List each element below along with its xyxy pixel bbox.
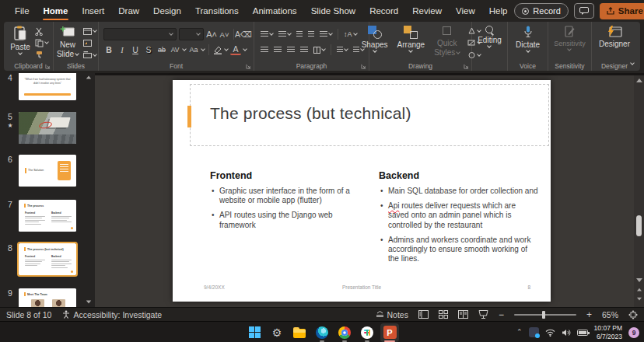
copy-button[interactable] [33,38,50,47]
volume-icon[interactable] [562,329,571,337]
zoom-slider-thumb[interactable] [542,311,545,319]
italic-button[interactable]: I [117,44,128,56]
increase-indent-button[interactable] [306,30,316,40]
arrange-button[interactable]: Arrange [394,24,429,60]
settings-app-button[interactable]: ⚙ [268,323,286,342]
share-button[interactable]: Share [600,3,644,19]
thumbnail-slide-8-selected[interactable]: 8 The process (but technical) Frontend B… [19,243,76,275]
notification-badge[interactable]: 9 [628,327,639,338]
comments-button[interactable] [574,3,594,19]
thumbnail-slide-6[interactable]: 6 The Solution [19,155,76,187]
align-left-button[interactable] [259,45,270,55]
change-case-button[interactable]: Aa [188,44,199,56]
thumbnail-slide-5[interactable]: 5 ★ [19,112,76,144]
vertical-scrollbar[interactable] [634,75,644,307]
menu-tab-view[interactable]: View [449,0,482,22]
menu-tab-animations[interactable]: Animations [246,0,304,22]
menu-tab-slide-show[interactable]: Slide Show [304,0,363,22]
tray-app-icon[interactable] [529,327,539,337]
clear-formatting-button[interactable]: A⌫ [238,29,249,40]
fit-to-window-button[interactable] [628,310,638,319]
reset-slide-button[interactable] [82,38,98,47]
slide-show-button[interactable] [478,310,488,319]
cut-button[interactable] [33,26,50,36]
menu-tab-record[interactable]: Record [362,0,405,22]
reading-view-button[interactable] [458,310,468,319]
menu-tab-home[interactable]: Home [37,0,75,22]
slide-editor[interactable]: The process (but technical) Frontend Gra… [173,80,551,302]
font-dialog-launcher[interactable] [246,64,251,69]
scroll-up-icon[interactable] [636,79,642,82]
previous-slide-button[interactable] [637,288,642,291]
accessibility-status[interactable]: Accessibility: Investigate [62,310,162,319]
notes-button[interactable]: Notes [376,310,408,319]
shrink-font-button[interactable]: A˅ [219,29,229,40]
numbering-button[interactable] [277,30,292,40]
line-spacing-button[interactable] [318,30,334,40]
taskbar-clock[interactable]: 10:07 PM 6/7/2023 [594,324,622,340]
bold-button[interactable]: B [103,44,114,56]
designer-button[interactable]: Designer [596,24,633,60]
powerpoint-app-button[interactable]: P [380,323,399,342]
thumbnail-slide-9[interactable]: 9 Meet The Team [19,288,76,307]
section-button[interactable] [82,51,98,60]
decrease-indent-button[interactable] [295,30,304,40]
text-direction-button[interactable]: ↕A [342,30,359,40]
columns-button[interactable] [312,45,327,55]
zoom-level[interactable]: 65% [602,310,618,319]
menu-tab-help[interactable]: Help [482,0,515,22]
menu-tab-review[interactable]: Review [405,0,449,22]
zoom-in-button[interactable]: + [586,309,592,320]
strikethrough-button[interactable]: ab [156,44,167,56]
sensitivity-button[interactable]: Sensitivity [551,24,589,60]
font-size-combobox[interactable] [179,28,204,40]
align-right-button[interactable] [285,45,296,55]
slack-app-button[interactable] [358,323,376,342]
justify-button[interactable] [299,45,310,55]
quick-styles-button[interactable]: Quick Styles [431,24,463,60]
dictate-button[interactable]: Dictate [513,24,543,60]
menu-tab-file[interactable]: File [8,0,37,22]
menu-tab-insert[interactable]: Insert [75,0,111,22]
wifi-icon[interactable] [545,329,555,337]
paragraph-dialog-launcher[interactable] [361,64,366,69]
align-center-button[interactable] [272,45,283,55]
start-button[interactable] [245,323,264,342]
bullets-button[interactable] [259,30,275,40]
scroll-up-icon[interactable] [86,76,91,79]
highlight-color-button[interactable] [213,45,222,54]
menu-tab-transitions[interactable]: Transitions [188,0,246,22]
record-button[interactable]: Record [514,3,568,19]
text-shadow-button[interactable]: S [143,44,154,56]
scroll-down-icon[interactable] [636,278,642,282]
grow-font-button[interactable]: A˄ [206,29,217,40]
slide-title[interactable]: The process (but technical) [210,104,411,123]
paste-button[interactable]: Paste [7,24,33,60]
frontend-column[interactable]: Frontend Graphic user interface in the f… [210,170,369,236]
drawing-dialog-launcher[interactable] [464,64,469,69]
scrollbar-thumb[interactable] [636,215,642,236]
thumbnail-scrollbar[interactable] [84,73,93,307]
font-color-button[interactable]: A [230,45,241,55]
chrome-browser-button[interactable] [335,323,354,342]
next-slide-button[interactable] [637,298,642,301]
battery-icon[interactable] [577,330,588,336]
normal-view-button[interactable] [418,310,429,319]
shapes-button[interactable]: Shapes [359,24,391,60]
align-text-button[interactable] [335,45,349,55]
backend-column[interactable]: Backend Main SQL database for order coll… [379,170,538,269]
hidden-icons-chevron[interactable]: ⌃ [516,328,523,336]
slide-sorter-view-button[interactable] [439,310,448,319]
new-slide-button[interactable]: New Slide [54,24,82,60]
editing-button[interactable]: Editing [474,24,505,60]
clipboard-dialog-launcher[interactable] [45,64,51,69]
menu-tab-design[interactable]: Design [146,0,188,22]
zoom-slider[interactable] [514,314,576,316]
zoom-out-button[interactable]: − [499,309,504,320]
menu-tab-draw[interactable]: Draw [111,0,146,22]
character-spacing-button[interactable]: AV [170,44,180,56]
format-painter-button[interactable] [33,51,50,60]
thumbnail-slide-7[interactable]: 7 The process Frontend Backend [19,200,76,232]
underline-button[interactable]: U [130,44,141,56]
font-name-combobox[interactable] [103,28,177,40]
